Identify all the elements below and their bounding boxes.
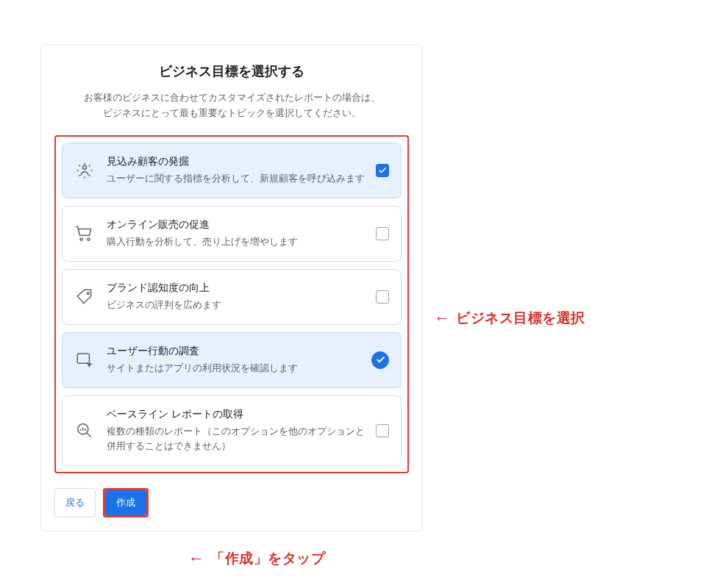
subtitle-line-2: ビジネスにとって最も重要なトピックを選択してください。 — [103, 108, 361, 118]
annotation-label: ビジネス目標を選択 — [456, 309, 585, 328]
arrow-left-icon: ← — [434, 310, 450, 326]
checkbox[interactable] — [371, 351, 389, 369]
checkbox[interactable] — [376, 290, 389, 304]
checkbox[interactable] — [376, 227, 389, 240]
cart-icon — [74, 224, 95, 243]
subtitle-line-1: お客様のビジネスに合わせてカスタマイズされたレポートの場合は、 — [84, 93, 380, 103]
option-user-behavior[interactable]: ユーザー行動の調査 サイトまたはアプリの利用状況を確認します — [62, 332, 402, 388]
option-desc: 購入行動を分析して、売り上げを増やします — [107, 234, 367, 249]
option-online-sales[interactable]: オンライン販売の促進 購入行動を分析して、売り上げを増やします — [62, 206, 402, 262]
arrow-left-icon: ← — [188, 551, 204, 567]
back-button[interactable]: 戻る — [54, 488, 96, 517]
checkbox[interactable] — [376, 424, 389, 437]
checkbox[interactable] — [376, 164, 389, 177]
svg-point-3 — [88, 292, 90, 294]
annotation-select-goal: ← ビジネス目標を選択 — [434, 309, 585, 328]
svg-rect-4 — [77, 354, 89, 363]
option-desc: サイトまたはアプリの利用状況を確認します — [107, 361, 363, 376]
option-title: 見込み顧客の発掘 — [107, 155, 367, 168]
page-subtitle: お客様のビジネスに合わせてカスタマイズされたレポートの場合は、 ビジネスにとって… — [54, 90, 409, 122]
option-text: オンライン販売の促進 購入行動を分析して、売り上げを増やします — [107, 218, 367, 249]
tag-icon — [74, 287, 95, 306]
option-title: ベースライン レポートの取得 — [107, 408, 367, 421]
option-baseline-report[interactable]: ベースライン レポートの取得 複数の種類のレポート（このオプションを他のオプショ… — [62, 395, 402, 466]
option-desc: ビジネスの評判を広めます — [107, 298, 367, 312]
create-button[interactable]: 作成 — [105, 490, 146, 515]
svg-point-2 — [88, 237, 90, 240]
option-brand-awareness[interactable]: ブランド認知度の向上 ビジネスの評判を広めます — [62, 269, 402, 325]
person-target-icon — [74, 161, 95, 180]
option-title: オンライン販売の促進 — [107, 218, 367, 232]
options-highlight-frame: 見込み顧客の発掘 ユーザーに関する指標を分析して、新規顧客を呼び込みます オンラ… — [54, 135, 409, 473]
option-title: ユーザー行動の調査 — [107, 345, 363, 358]
magnify-chart-icon — [74, 421, 95, 440]
option-lead-generation[interactable]: 見込み顧客の発掘 ユーザーに関する指標を分析して、新規顧客を呼び込みます — [62, 143, 402, 198]
create-button-highlight-frame: 作成 — [103, 488, 149, 517]
option-text: ユーザー行動の調査 サイトまたはアプリの利用状況を確認します — [107, 345, 363, 376]
option-desc: 複数の種類のレポート（このオプションを他のオプションと併用することはできません） — [107, 424, 367, 453]
annotation-label: 「作成」をタップ — [210, 549, 325, 568]
option-text: ベースライン レポートの取得 複数の種類のレポート（このオプションを他のオプショ… — [107, 408, 367, 453]
page-title: ビジネス目標を選択する — [54, 62, 409, 80]
option-title: ブランド認知度の向上 — [107, 282, 367, 295]
button-row: 戻る 作成 — [54, 488, 409, 517]
svg-point-1 — [80, 237, 82, 240]
option-text: 見込み顧客の発掘 ユーザーに関する指標を分析して、新規顧客を呼び込みます — [107, 155, 367, 186]
option-desc: ユーザーに関する指標を分析して、新規顧客を呼び込みます — [107, 171, 367, 186]
svg-point-0 — [83, 165, 87, 169]
option-text: ブランド認知度の向上 ビジネスの評判を広めます — [107, 282, 367, 312]
device-pointer-icon — [74, 351, 95, 370]
annotation-tap-create: ← 「作成」をタップ — [188, 549, 325, 568]
panel: ビジネス目標を選択する お客様のビジネスに合わせてカスタマイズされたレポートの場… — [40, 44, 423, 531]
